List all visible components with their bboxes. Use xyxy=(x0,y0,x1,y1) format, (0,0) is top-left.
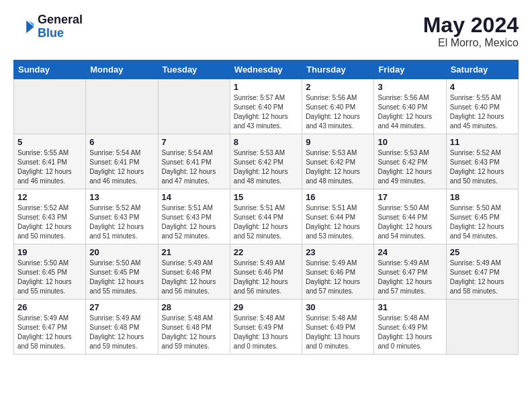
day-info: Sunrise: 5:48 AMSunset: 6:48 PMDaylight:… xyxy=(162,314,226,351)
day-number: 14 xyxy=(162,192,226,202)
calendar-cell: 30Sunrise: 5:48 AMSunset: 6:49 PMDayligh… xyxy=(302,300,374,355)
day-info: Sunrise: 5:49 AMSunset: 6:46 PMDaylight:… xyxy=(162,259,226,296)
weekday-header-saturday: Saturday xyxy=(446,60,518,79)
day-number: 22 xyxy=(234,247,298,257)
day-number: 27 xyxy=(89,302,154,312)
calendar-table: SundayMondayTuesdayWednesdayThursdayFrid… xyxy=(13,60,519,355)
calendar-cell xyxy=(446,300,518,355)
calendar-cell: 13Sunrise: 5:52 AMSunset: 6:43 PMDayligh… xyxy=(86,189,158,244)
day-info: Sunrise: 5:49 AMSunset: 6:47 PMDaylight:… xyxy=(17,314,82,351)
calendar-cell: 19Sunrise: 5:50 AMSunset: 6:45 PMDayligh… xyxy=(14,244,86,300)
day-number: 30 xyxy=(306,302,370,312)
day-number: 3 xyxy=(378,82,442,92)
day-number: 23 xyxy=(306,247,370,257)
weekday-header-thursday: Thursday xyxy=(302,60,374,79)
day-info: Sunrise: 5:56 AMSunset: 6:40 PMDaylight:… xyxy=(306,93,370,131)
day-info: Sunrise: 5:51 AMSunset: 6:43 PMDaylight:… xyxy=(162,203,226,241)
calendar-week-row: 19Sunrise: 5:50 AMSunset: 6:45 PMDayligh… xyxy=(14,244,519,300)
calendar-cell: 22Sunrise: 5:49 AMSunset: 6:46 PMDayligh… xyxy=(230,244,302,300)
day-number: 28 xyxy=(162,302,226,312)
day-info: Sunrise: 5:57 AMSunset: 6:40 PMDaylight:… xyxy=(234,93,298,131)
calendar-cell: 7Sunrise: 5:54 AMSunset: 6:41 PMDaylight… xyxy=(158,134,230,189)
day-number: 4 xyxy=(450,82,515,92)
day-number: 5 xyxy=(17,137,82,147)
month-title: May 2024 xyxy=(423,13,519,37)
day-number: 10 xyxy=(378,137,442,147)
calendar-cell: 12Sunrise: 5:52 AMSunset: 6:43 PMDayligh… xyxy=(14,189,86,244)
day-number: 19 xyxy=(17,247,82,257)
calendar-cell: 16Sunrise: 5:51 AMSunset: 6:44 PMDayligh… xyxy=(302,189,374,244)
day-number: 7 xyxy=(162,137,226,147)
calendar-cell: 15Sunrise: 5:51 AMSunset: 6:44 PMDayligh… xyxy=(230,189,302,244)
calendar-cell: 14Sunrise: 5:51 AMSunset: 6:43 PMDayligh… xyxy=(158,189,230,244)
day-info: Sunrise: 5:53 AMSunset: 6:42 PMDaylight:… xyxy=(378,148,442,186)
calendar-cell: 3Sunrise: 5:56 AMSunset: 6:40 PMDaylight… xyxy=(374,79,446,134)
day-info: Sunrise: 5:53 AMSunset: 6:42 PMDaylight:… xyxy=(234,148,298,186)
calendar-cell: 8Sunrise: 5:53 AMSunset: 6:42 PMDaylight… xyxy=(230,134,302,189)
calendar-cell: 18Sunrise: 5:50 AMSunset: 6:45 PMDayligh… xyxy=(446,189,518,244)
day-info: Sunrise: 5:54 AMSunset: 6:41 PMDaylight:… xyxy=(162,148,226,186)
calendar-cell: 10Sunrise: 5:53 AMSunset: 6:42 PMDayligh… xyxy=(374,134,446,189)
logo: General Blue xyxy=(13,13,83,40)
day-info: Sunrise: 5:50 AMSunset: 6:45 PMDaylight:… xyxy=(89,259,154,296)
calendar-cell xyxy=(14,79,86,134)
day-info: Sunrise: 5:50 AMSunset: 6:45 PMDaylight:… xyxy=(17,259,82,296)
logo-blue-text: Blue xyxy=(38,27,83,40)
calendar-cell xyxy=(86,79,158,134)
weekday-header-friday: Friday xyxy=(374,60,446,79)
weekday-header-wednesday: Wednesday xyxy=(230,60,302,79)
weekday-header-sunday: Sunday xyxy=(14,60,86,79)
day-info: Sunrise: 5:54 AMSunset: 6:41 PMDaylight:… xyxy=(89,148,154,186)
calendar-cell: 21Sunrise: 5:49 AMSunset: 6:46 PMDayligh… xyxy=(158,244,230,300)
calendar-cell: 28Sunrise: 5:48 AMSunset: 6:48 PMDayligh… xyxy=(158,300,230,355)
calendar-cell: 17Sunrise: 5:50 AMSunset: 6:44 PMDayligh… xyxy=(374,189,446,244)
weekday-header-monday: Monday xyxy=(86,60,158,79)
title-block: May 2024 El Morro, Mexico xyxy=(423,13,519,49)
page-header: General Blue May 2024 El Morro, Mexico xyxy=(13,13,519,49)
day-info: Sunrise: 5:56 AMSunset: 6:40 PMDaylight:… xyxy=(378,93,442,131)
calendar-week-row: 1Sunrise: 5:57 AMSunset: 6:40 PMDaylight… xyxy=(14,79,519,134)
day-info: Sunrise: 5:49 AMSunset: 6:46 PMDaylight:… xyxy=(306,259,370,296)
day-info: Sunrise: 5:50 AMSunset: 6:44 PMDaylight:… xyxy=(378,203,442,241)
day-number: 15 xyxy=(234,192,298,202)
day-number: 20 xyxy=(89,247,154,257)
day-number: 9 xyxy=(306,137,370,147)
calendar-cell: 11Sunrise: 5:52 AMSunset: 6:43 PMDayligh… xyxy=(446,134,518,189)
day-info: Sunrise: 5:52 AMSunset: 6:43 PMDaylight:… xyxy=(17,203,82,241)
logo-icon xyxy=(13,16,35,38)
day-number: 13 xyxy=(89,192,154,202)
calendar-cell: 26Sunrise: 5:49 AMSunset: 6:47 PMDayligh… xyxy=(14,300,86,355)
calendar-cell xyxy=(158,79,230,134)
calendar-cell: 1Sunrise: 5:57 AMSunset: 6:40 PMDaylight… xyxy=(230,79,302,134)
calendar-cell: 20Sunrise: 5:50 AMSunset: 6:45 PMDayligh… xyxy=(86,244,158,300)
day-number: 18 xyxy=(450,192,515,202)
day-number: 6 xyxy=(89,137,154,147)
day-info: Sunrise: 5:52 AMSunset: 6:43 PMDaylight:… xyxy=(450,148,515,186)
day-number: 26 xyxy=(17,302,82,312)
day-info: Sunrise: 5:48 AMSunset: 6:49 PMDaylight:… xyxy=(234,314,298,351)
day-info: Sunrise: 5:49 AMSunset: 6:47 PMDaylight:… xyxy=(378,259,442,296)
calendar-cell: 6Sunrise: 5:54 AMSunset: 6:41 PMDaylight… xyxy=(86,134,158,189)
day-info: Sunrise: 5:52 AMSunset: 6:43 PMDaylight:… xyxy=(89,203,154,241)
location: El Morro, Mexico xyxy=(423,37,519,49)
weekday-header-tuesday: Tuesday xyxy=(158,60,230,79)
day-number: 2 xyxy=(306,82,370,92)
day-number: 17 xyxy=(378,192,442,202)
logo-general-text: General xyxy=(38,13,83,27)
day-info: Sunrise: 5:49 AMSunset: 6:48 PMDaylight:… xyxy=(89,314,154,351)
day-info: Sunrise: 5:53 AMSunset: 6:42 PMDaylight:… xyxy=(306,148,370,186)
day-number: 24 xyxy=(378,247,442,257)
day-info: Sunrise: 5:55 AMSunset: 6:40 PMDaylight:… xyxy=(450,93,515,131)
calendar-cell: 24Sunrise: 5:49 AMSunset: 6:47 PMDayligh… xyxy=(374,244,446,300)
calendar-cell: 9Sunrise: 5:53 AMSunset: 6:42 PMDaylight… xyxy=(302,134,374,189)
day-number: 11 xyxy=(450,137,515,147)
calendar-week-row: 26Sunrise: 5:49 AMSunset: 6:47 PMDayligh… xyxy=(14,300,519,355)
calendar-week-row: 12Sunrise: 5:52 AMSunset: 6:43 PMDayligh… xyxy=(14,189,519,244)
day-info: Sunrise: 5:55 AMSunset: 6:41 PMDaylight:… xyxy=(17,148,82,186)
calendar-cell: 5Sunrise: 5:55 AMSunset: 6:41 PMDaylight… xyxy=(14,134,86,189)
day-number: 31 xyxy=(378,302,442,312)
day-number: 21 xyxy=(162,247,226,257)
day-info: Sunrise: 5:49 AMSunset: 6:47 PMDaylight:… xyxy=(450,259,515,296)
day-number: 16 xyxy=(306,192,370,202)
weekday-header-row: SundayMondayTuesdayWednesdayThursdayFrid… xyxy=(14,60,519,79)
